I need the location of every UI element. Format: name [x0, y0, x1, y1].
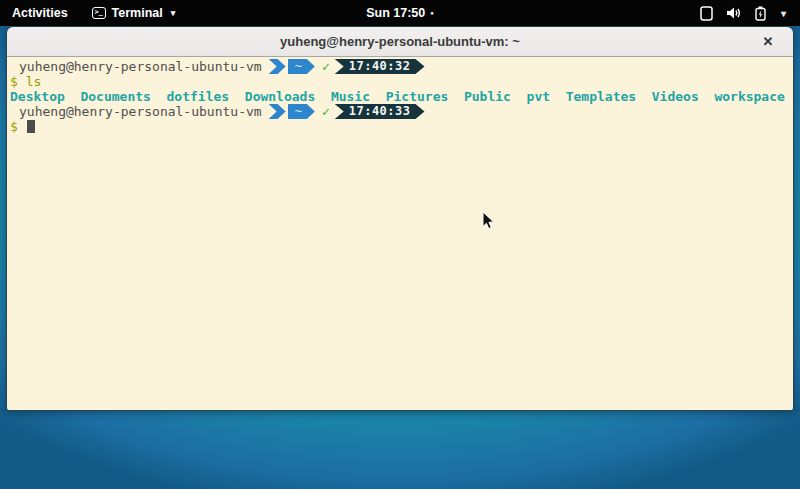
display-icon [700, 6, 713, 21]
prompt-time-segment: 17:40:32 [335, 59, 425, 74]
volume-icon [726, 6, 742, 20]
prompt-user: yuheng@henry-personal-ubuntu-vm [10, 104, 262, 119]
mouse-cursor-icon [482, 211, 495, 230]
text-cursor [27, 120, 35, 133]
terminal-window: yuheng@henry-personal-ubuntu-vm: ~ ✕ yuh… [6, 26, 794, 411]
check-icon: ✓ [322, 104, 330, 119]
prompt-line-1: yuheng@henry-personal-ubuntu-vm ~ ✓ 17:4… [10, 59, 790, 74]
top-bar: Activities >_ Terminal ▾ Sun 17:50 ● ▾ [0, 0, 800, 26]
close-button[interactable]: ✕ [757, 27, 779, 56]
command-line-2: $ [10, 119, 790, 134]
app-menu-terminal[interactable]: >_ Terminal ▾ [80, 0, 188, 26]
powerline-arrow-icon [269, 59, 286, 74]
chevron-down-icon: ▾ [171, 8, 176, 18]
window-titlebar[interactable]: yuheng@henry-personal-ubuntu-vm: ~ ✕ [7, 27, 793, 57]
battery-charging-icon [755, 6, 766, 21]
command-line-1: $ ls [10, 74, 790, 89]
notification-dot: ● [430, 10, 434, 16]
terminal-icon: >_ [92, 7, 106, 19]
system-status-area[interactable]: ▾ [692, 0, 800, 26]
check-icon: ✓ [322, 59, 330, 74]
activities-label: Activities [12, 6, 68, 20]
ls-output: Desktop Documents dotfiles Downloads Mus… [10, 89, 790, 104]
chevron-down-icon: ▾ [781, 8, 786, 19]
powerline-arrow-icon [269, 104, 286, 119]
clock-label: Sun 17:50 [366, 6, 425, 20]
terminal-content[interactable]: yuheng@henry-personal-ubuntu-vm ~ ✓ 17:4… [7, 57, 793, 410]
window-title: yuheng@henry-personal-ubuntu-vm: ~ [280, 34, 520, 49]
prompt-user: yuheng@henry-personal-ubuntu-vm [10, 59, 262, 74]
app-menu-label: Terminal [112, 6, 163, 20]
command-text: ls [26, 74, 42, 89]
prompt-dollar: $ [10, 74, 18, 89]
prompt-path-segment: ~ [288, 104, 315, 119]
prompt-time-segment: 17:40:33 [335, 104, 425, 119]
prompt-line-2: yuheng@henry-personal-ubuntu-vm ~ ✓ 17:4… [10, 104, 790, 119]
clock-button[interactable]: Sun 17:50 ● [366, 6, 434, 20]
prompt-path-segment: ~ [288, 59, 315, 74]
activities-button[interactable]: Activities [0, 0, 80, 26]
prompt-dollar: $ [10, 119, 18, 134]
